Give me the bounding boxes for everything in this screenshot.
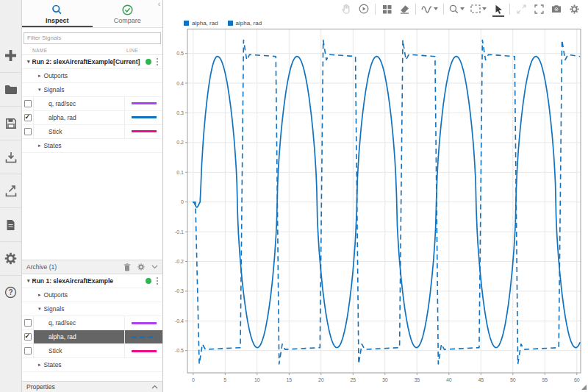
- toolbar-separator: [415, 4, 416, 15]
- tick-marks: [185, 54, 577, 375]
- tab-inspect-label: Inspect: [46, 17, 69, 24]
- open-button[interactable]: [0, 72, 21, 106]
- signal-checkbox[interactable]: [24, 128, 32, 135]
- signal-row-alpha[interactable]: alpha, rad: [22, 111, 162, 125]
- signal-checkbox[interactable]: [24, 319, 32, 327]
- delete-archive-button[interactable]: [123, 263, 131, 271]
- archive-collapse-button[interactable]: [151, 265, 158, 269]
- signal-checkbox[interactable]: [24, 347, 32, 354]
- legend-item[interactable]: alpha, rad: [184, 20, 218, 26]
- run-1-signals[interactable]: ▾ Signals: [22, 302, 162, 316]
- line-swatch-cell: [124, 125, 162, 138]
- select-tool-button[interactable]: [492, 2, 505, 15]
- run-1-title: Run 1: slexAircraftExample: [32, 277, 143, 285]
- gear-icon: [570, 4, 579, 14]
- subplot-layout-button[interactable]: [380, 2, 393, 15]
- run-2-states[interactable]: ▸ States: [22, 139, 162, 153]
- signal-checkbox[interactable]: [24, 114, 32, 121]
- signal-row-q[interactable]: q, rad/sec: [22, 316, 162, 330]
- run-1-header[interactable]: ▾ Run 1: slexAircraftExample: [22, 274, 162, 288]
- collapse-panel-icon[interactable]: ‹: [158, 1, 160, 8]
- run-1-outports[interactable]: ▸ Outports: [22, 288, 162, 302]
- save-icon: [5, 118, 17, 129]
- preferences-button[interactable]: [0, 241, 21, 275]
- plot-settings-button[interactable]: [567, 2, 581, 15]
- signals-label: Signals: [44, 86, 65, 93]
- signal-checkbox[interactable]: [24, 100, 32, 107]
- folder-icon: [4, 84, 17, 95]
- chart-area: 051015202530354045505560-0.5-0.4-0.3-0.2…: [163, 28, 588, 392]
- create-report-button[interactable]: [0, 207, 21, 241]
- signal-checkbox[interactable]: [24, 333, 32, 341]
- signal-name: q, rad/sec: [34, 97, 124, 110]
- signal-row-q[interactable]: q, rad/sec: [22, 97, 162, 111]
- signal-name: Stick: [34, 125, 124, 138]
- signal-options-button[interactable]: [420, 2, 439, 15]
- signal-name: q, rad/sec: [34, 316, 124, 329]
- signal-checkbox-cell: [22, 111, 34, 124]
- export-icon: [5, 185, 17, 197]
- properties-bar[interactable]: Properties: [22, 381, 162, 392]
- import-button[interactable]: [0, 140, 21, 174]
- expand-button[interactable]: [514, 2, 528, 15]
- fit-view-button[interactable]: [470, 2, 487, 15]
- column-name: NAME: [32, 48, 47, 53]
- pan-button[interactable]: [340, 2, 353, 15]
- expanded-caret-icon: ▾: [27, 59, 30, 65]
- collapsed-caret-icon: ▸: [38, 143, 41, 149]
- y-tick-label: 0.4: [176, 81, 184, 86]
- signal-row-stick[interactable]: Stick: [22, 125, 162, 139]
- outports-label: Outports: [44, 72, 68, 79]
- run-1-tree: ▾ Run 1: slexAircraftExample ▸ Outports …: [22, 274, 162, 372]
- tab-compare[interactable]: Compare: [93, 0, 163, 27]
- report-icon: [5, 219, 16, 231]
- zoom-button[interactable]: [448, 2, 465, 15]
- clear-plots-button[interactable]: [398, 2, 411, 15]
- signal-row-stick[interactable]: Stick: [22, 344, 162, 358]
- expand-arrows-icon: [517, 4, 526, 14]
- expanded-caret-icon: ▾: [38, 306, 41, 312]
- x-tick-label: 20: [318, 377, 324, 382]
- mode-tabs: Inspect Compare ‹: [22, 0, 162, 28]
- replay-button[interactable]: [357, 2, 370, 15]
- plot-canvas[interactable]: 051015202530354045505560-0.5-0.4-0.3-0.2…: [163, 28, 587, 392]
- y-tick-label: 0.3: [176, 110, 184, 115]
- new-run-button[interactable]: [0, 38, 21, 72]
- save-button[interactable]: [0, 106, 21, 140]
- fullscreen-button[interactable]: [532, 2, 545, 15]
- y-tick-label: -0.1: [175, 229, 184, 235]
- resize-grip[interactable]: [581, 385, 587, 390]
- x-tick-label: 0: [192, 377, 195, 382]
- cursor-arrow-icon: [495, 4, 503, 14]
- tab-compare-label: Compare: [114, 17, 141, 24]
- export-button[interactable]: [0, 174, 21, 207]
- dropdown-caret-icon: [482, 7, 487, 10]
- column-headers: NAME LINE: [22, 46, 162, 55]
- snapshot-button[interactable]: [550, 2, 563, 15]
- archive-header[interactable]: Archive (1): [22, 260, 162, 274]
- signal-checkbox-cell: [22, 316, 34, 329]
- small-gear-icon: [137, 263, 145, 271]
- legend-swatch: [184, 21, 189, 26]
- filter-signals-input[interactable]: [24, 32, 161, 44]
- tab-inspect[interactable]: Inspect: [22, 0, 93, 27]
- line-swatch: [132, 102, 157, 104]
- run-2-signals[interactable]: ▾ Signals: [22, 83, 162, 97]
- help-icon: ?: [4, 286, 17, 299]
- signal-row-alpha[interactable]: alpha, rad: [22, 330, 162, 344]
- run-1-states[interactable]: ▸ States: [22, 358, 162, 372]
- run-2-header[interactable]: ▾ Run 2: slexAircraftExample[Current]: [22, 55, 162, 69]
- archive-settings-button[interactable]: [137, 263, 145, 271]
- line-swatch: [132, 116, 157, 118]
- expanded-caret-icon: ▾: [27, 278, 30, 284]
- kebab-menu-icon[interactable]: [156, 57, 159, 66]
- signal-checkbox-cell: [22, 344, 34, 357]
- kebab-menu-icon[interactable]: [156, 277, 159, 285]
- legend-item[interactable]: alpha, rad: [228, 20, 262, 26]
- simulation-data-inspector: ? Inspect Compare ‹ NAME LINE ▾: [0, 0, 588, 392]
- tick-labels: 051015202530354045505560-0.5-0.4-0.3-0.2…: [175, 51, 580, 382]
- x-tick-label: 30: [382, 377, 388, 382]
- help-button[interactable]: ?: [0, 275, 21, 309]
- plus-icon: [4, 49, 17, 62]
- run-2-outports[interactable]: ▸ Outports: [22, 69, 162, 83]
